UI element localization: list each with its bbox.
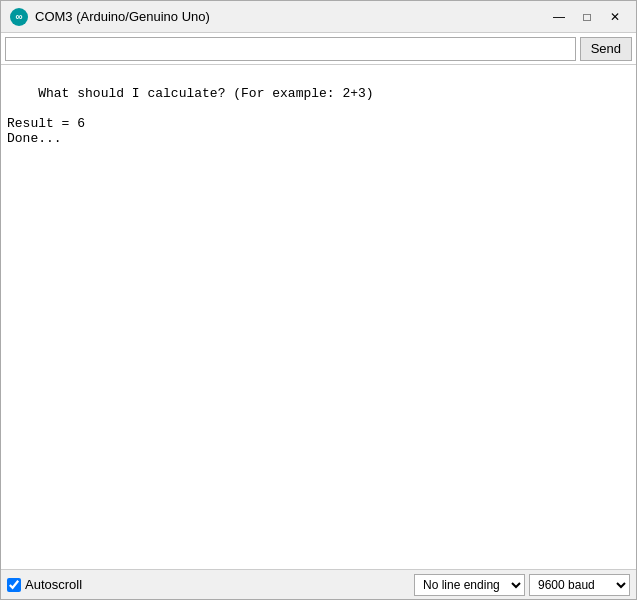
autoscroll-label: Autoscroll <box>25 577 82 592</box>
title-bar: ∞ COM3 (Arduino/Genuino Uno) — □ ✕ <box>1 1 636 33</box>
svg-text:∞: ∞ <box>15 11 22 22</box>
line-ending-dropdown[interactable]: No line ending Newline Carriage return B… <box>414 574 525 596</box>
minimize-button[interactable]: — <box>546 7 572 27</box>
window-controls: — □ ✕ <box>546 7 628 27</box>
close-button[interactable]: ✕ <box>602 7 628 27</box>
main-window: ∞ COM3 (Arduino/Genuino Uno) — □ ✕ Send … <box>0 0 637 600</box>
send-button[interactable]: Send <box>580 37 632 61</box>
output-text: What should I calculate? (For example: 2… <box>7 86 374 146</box>
serial-output: What should I calculate? (For example: 2… <box>1 65 636 569</box>
window-title: COM3 (Arduino/Genuino Uno) <box>35 9 546 24</box>
status-right: No line ending Newline Carriage return B… <box>414 574 630 596</box>
toolbar: Send <box>1 33 636 65</box>
status-bar: Autoscroll No line ending Newline Carria… <box>1 569 636 599</box>
serial-input[interactable] <box>5 37 576 61</box>
autoscroll-section: Autoscroll <box>7 577 414 592</box>
maximize-button[interactable]: □ <box>574 7 600 27</box>
autoscroll-checkbox[interactable] <box>7 578 21 592</box>
baud-rate-dropdown[interactable]: 300 baud 1200 baud 2400 baud 4800 baud 9… <box>529 574 630 596</box>
arduino-logo-icon: ∞ <box>9 7 29 27</box>
